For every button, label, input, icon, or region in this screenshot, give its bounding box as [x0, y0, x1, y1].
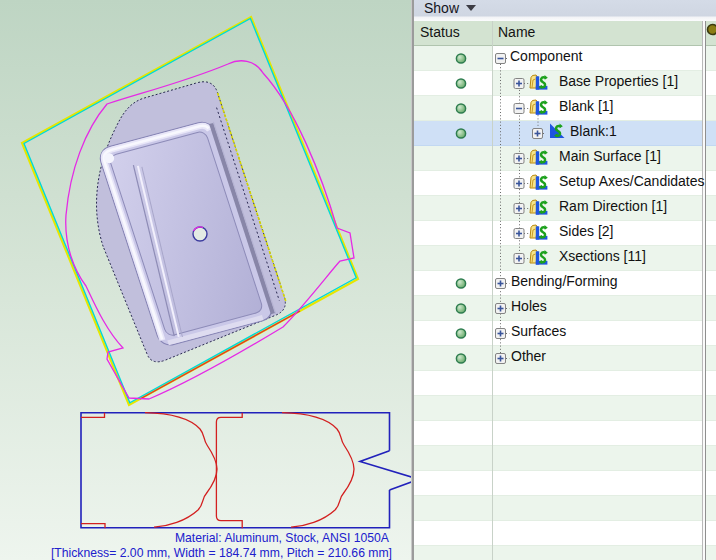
svg-text:Material: Aluminum, Stock, ANS: Material: Aluminum, Stock, ANSI 1050A	[175, 531, 390, 545]
svg-text:[Thickness= 2.00 mm, Width = 1: [Thickness= 2.00 mm, Width = 184.74 mm, …	[51, 546, 392, 560]
